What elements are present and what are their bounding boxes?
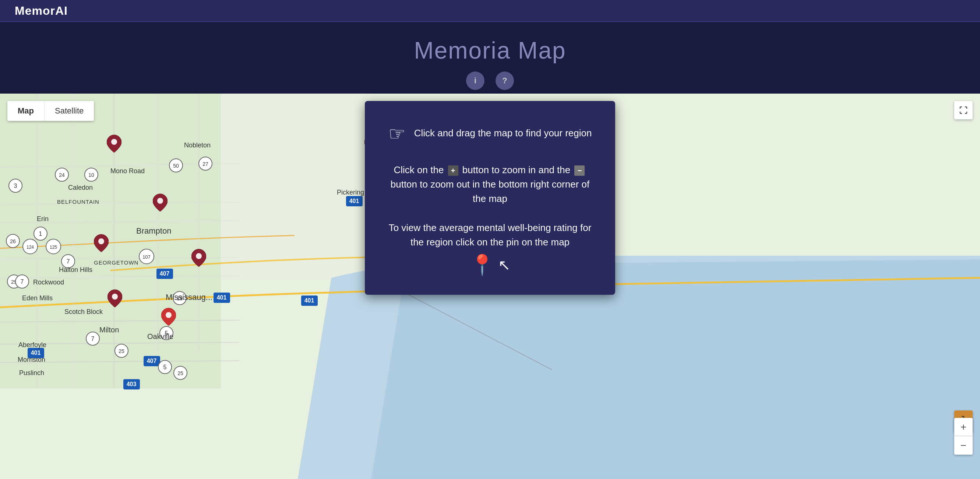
- svg-rect-31: [346, 196, 363, 206]
- svg-text:1: 1: [39, 231, 42, 237]
- svg-text:25: 25: [177, 370, 183, 376]
- svg-text:10: 10: [88, 172, 94, 178]
- svg-text:7: 7: [21, 279, 24, 285]
- svg-point-23: [199, 157, 212, 170]
- svg-line-6: [0, 276, 239, 278]
- svg-point-15: [9, 179, 22, 192]
- svg-text:50: 50: [173, 163, 179, 169]
- map-controls: Map Satellite: [7, 101, 94, 121]
- cursor-click-icon: ↖: [498, 257, 511, 273]
- svg-point-73: [157, 198, 163, 204]
- satellite-view-button[interactable]: Satellite: [45, 101, 94, 121]
- svg-line-8: [0, 342, 239, 344]
- label-eden-mills: Eden Mills: [22, 294, 52, 302]
- svg-rect-53: [143, 356, 160, 366]
- label-mississauga: Mississaug...: [165, 292, 212, 302]
- svg-text:107: 107: [142, 254, 151, 260]
- label-brampton: Brampton: [136, 226, 171, 236]
- svg-line-7: [0, 320, 239, 322]
- svg-text:5: 5: [164, 364, 167, 370]
- label-oakville: Oakville: [147, 332, 173, 341]
- svg-text:407: 407: [147, 358, 157, 364]
- svg-rect-1: [221, 94, 368, 278]
- label-pickering: Pickering: [337, 188, 364, 196]
- svg-rect-65: [301, 295, 318, 306]
- zoom-in-button[interactable]: +: [954, 418, 973, 436]
- tooltip-drag-text: ☞ Click and drag the map to find your re…: [387, 120, 593, 148]
- plus-icon: +: [448, 165, 458, 176]
- map-pin-1[interactable]: [107, 134, 121, 155]
- label-belfountain: BELFOUNTAIN: [57, 199, 99, 205]
- svg-line-3: [0, 202, 239, 204]
- map-pin-3[interactable]: [94, 234, 108, 254]
- zoom-out-button[interactable]: −: [954, 436, 973, 455]
- map-pin-6[interactable]: [161, 307, 176, 328]
- svg-point-19: [85, 168, 98, 181]
- svg-text:27: 27: [202, 161, 208, 167]
- label-aberfoyle: Aberfoyle: [18, 341, 46, 349]
- label-mono-road: Mono Road: [110, 167, 145, 175]
- svg-text:26: 26: [10, 238, 16, 244]
- tooltip-zoom-text: Click on the + button to zoom in and the…: [387, 163, 593, 206]
- label-rockwood: Rockwood: [33, 279, 64, 286]
- label-morriston: Morriston: [18, 356, 45, 364]
- label-scotch-block: Scotch Block: [64, 308, 103, 316]
- svg-text:25: 25: [119, 348, 124, 354]
- svg-text:401: 401: [31, 350, 41, 356]
- zoom-controls: + −: [954, 418, 973, 455]
- label-puslinch: Puslinch: [19, 369, 44, 377]
- svg-text:403: 403: [127, 381, 137, 387]
- tooltip-section-drag: ☞ Click and drag the map to find your re…: [387, 120, 593, 148]
- label-milton: Milton: [99, 326, 119, 334]
- map-pin-5[interactable]: [108, 289, 122, 310]
- map-view-button[interactable]: Map: [7, 101, 45, 121]
- svg-point-37: [23, 239, 38, 254]
- map-pin-4[interactable]: [191, 248, 206, 269]
- help-button[interactable]: ?: [496, 72, 514, 90]
- svg-line-4: [0, 221, 239, 222]
- svg-text:124: 124: [27, 245, 34, 250]
- svg-text:401: 401: [349, 198, 359, 204]
- pin-click-illustration: 📍 ↖: [387, 253, 593, 276]
- hand-drag-icon: ☞: [388, 120, 406, 148]
- svg-point-45: [7, 275, 21, 288]
- map-pin-2[interactable]: [153, 193, 167, 214]
- svg-point-25: [34, 227, 47, 240]
- minus-icon: −: [574, 165, 585, 176]
- title-area: Memoria Map: [0, 22, 980, 72]
- svg-line-9: [0, 361, 239, 362]
- tooltip-section-pin: To view the average mental well-being ra…: [387, 221, 593, 276]
- svg-rect-59: [123, 379, 140, 390]
- svg-point-51: [160, 326, 173, 340]
- topbar: MemorAI: [0, 0, 980, 22]
- app-logo: MemorAI: [15, 4, 68, 18]
- svg-point-76: [112, 294, 118, 300]
- svg-text:125: 125: [50, 245, 57, 250]
- svg-text:7: 7: [91, 336, 95, 342]
- svg-point-17: [55, 168, 68, 181]
- label-halton-hills: Halton Hills: [59, 266, 92, 274]
- label-georgetown: GEORGETOWN: [94, 259, 138, 266]
- svg-text:5: 5: [165, 330, 168, 337]
- svg-text:24: 24: [59, 172, 65, 178]
- svg-point-55: [158, 360, 172, 374]
- svg-text:401: 401: [304, 297, 314, 303]
- svg-text:407: 407: [160, 270, 170, 277]
- tooltip-overlay: ☞ Click and drag the map to find your re…: [365, 101, 615, 295]
- svg-line-71: [398, 289, 552, 370]
- svg-point-77: [165, 312, 172, 318]
- svg-line-2: [0, 164, 239, 167]
- svg-text:401: 401: [217, 294, 227, 301]
- svg-point-72: [111, 139, 117, 145]
- mini-pin-icon: 📍: [470, 253, 495, 276]
- svg-point-41: [115, 344, 128, 358]
- svg-point-21: [169, 159, 183, 172]
- tooltip-section-zoom: Click on the + button to zoom in and the…: [387, 163, 593, 206]
- svg-text:19: 19: [177, 295, 183, 302]
- fullscreen-button[interactable]: [954, 101, 973, 120]
- label-caledon: Caledon: [68, 184, 93, 192]
- svg-point-57: [174, 366, 187, 380]
- svg-rect-49: [28, 348, 44, 358]
- label-nobleton: Nobleton: [184, 142, 211, 149]
- info-button[interactable]: i: [466, 72, 484, 90]
